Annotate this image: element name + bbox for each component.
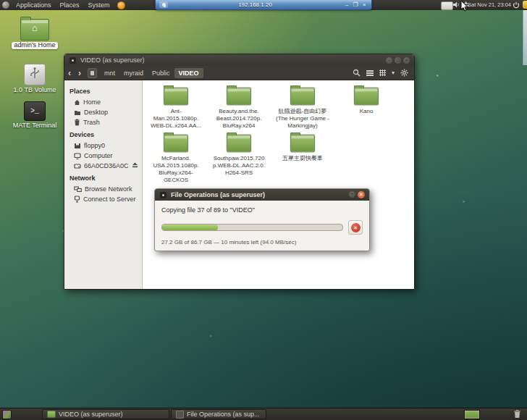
breadcrumb-video[interactable]: VIDEO (174, 68, 203, 78)
folder-icon (354, 88, 379, 106)
connect-server-icon (74, 196, 80, 203)
menu-system[interactable]: System (84, 0, 114, 10)
mate-menu-icon[interactable] (2, 1, 9, 9)
window-titlebar[interactable]: VIDEO (as superuser) − □ × (64, 54, 414, 66)
sidebar-item-computer[interactable]: Computer (64, 151, 142, 161)
folder-icon (47, 411, 56, 418)
desktop-icon-label: 1.0 TB Volume (7, 87, 62, 94)
sidebar-item-connect-to-server[interactable]: Connect to Server (64, 194, 142, 204)
volume-icon[interactable] (452, 1, 460, 9)
sidebar-section-network: Network (64, 171, 142, 184)
folder-kano[interactable]: Kano (335, 87, 397, 115)
notification-icon (523, 1, 527, 9)
sidebar-item-desktop[interactable]: Desktop (64, 107, 142, 117)
desktop-icon-label: MATE Terminal (7, 122, 62, 130)
back-button[interactable]: ‹ (64, 67, 75, 79)
minimize-button[interactable]: − (386, 57, 392, 64)
progress-bar (161, 224, 343, 231)
folder-beauty-and-the-beast[interactable]: Beauty.and.the. Beast.2014.720p. BluRay.… (208, 87, 270, 130)
file-manager-sidebar: Places Home Desktop Trash Devices floppy… (64, 80, 143, 289)
workspace-switcher[interactable] (464, 410, 480, 419)
sidebar-item-disk-66a0cd36a0c[interactable]: 66A0CD36A0C... (64, 161, 142, 171)
folder-ant-man[interactable]: Ant- Man.2015.1080p. WEB-DL.x264.AA... (145, 87, 207, 130)
home-folder-icon: ⌂ (20, 19, 49, 41)
vnc-restore-button[interactable]: ❐ (351, 1, 360, 9)
eject-icon[interactable] (132, 162, 138, 168)
close-button[interactable]: × (403, 57, 410, 64)
home-icon (74, 99, 80, 106)
vnc-viewer-titlebar[interactable]: 192.168.1.20 – ❐ × (155, 0, 372, 10)
folder-southpaw[interactable]: Southpaw.2015.720 p.WEB-DL.AAC.2.0. H264… (208, 134, 270, 177)
desktop-icon-home[interactable]: ⌂ admin's Home (7, 19, 62, 49)
folder-icon (74, 109, 81, 116)
desktop-icon-label: admin's Home (12, 42, 57, 49)
menu-places[interactable]: Places (56, 0, 84, 10)
breadcrumb-myraid[interactable]: myraid (119, 68, 148, 78)
pin-icon[interactable] (159, 1, 168, 8)
copy-status-message: Copying file 37 of 89 to "VIDEO" (161, 206, 363, 214)
computer-icon (74, 153, 81, 159)
forward-button[interactable]: › (75, 67, 85, 79)
folder-mcfarland[interactable]: McFarland. USA.2015.1080p. BluRay.x264- … (145, 134, 207, 184)
sidebar-item-floppy0[interactable]: floppy0 (64, 140, 142, 151)
usb-drive-icon (24, 64, 46, 85)
breadcrumb-mnt[interactable]: mnt (100, 68, 119, 78)
dialog-icon (176, 411, 184, 419)
desktop-icon-volume[interactable]: 1.0 TB Volume (7, 64, 62, 94)
panel-clock[interactable]: Sat Nov 21, 23:04 (468, 0, 511, 10)
transfer-details: 27.2 GB of 86.7 GB — 10 minutes left (94… (161, 239, 363, 245)
trash-icon (74, 119, 80, 126)
folder-chef[interactable]: 五星主廚快餐車 (271, 134, 334, 162)
file-operations-dialog: File Operations (as superuser) − × Copyi… (154, 188, 370, 251)
file-manager-content[interactable]: Ant- Man.2015.1080p. WEB-DL.x264.AA... B… (143, 80, 414, 289)
dialog-close-button[interactable]: × (358, 191, 365, 198)
progress-fill (162, 224, 218, 230)
sidebar-section-places: Places (64, 84, 142, 97)
search-icon[interactable] (353, 69, 361, 77)
sidebar-section-devices: Devices (64, 127, 142, 140)
show-desktop-icon[interactable] (2, 410, 12, 419)
bottom-taskbar: VIDEO (as superuser) File Operations (as… (0, 408, 527, 420)
sidebar-item-browse-network[interactable]: Browse Network (64, 184, 142, 194)
browse-network-icon (74, 186, 82, 193)
vnc-session-title: 192.168.1.20 (168, 1, 342, 8)
window-icon (69, 57, 76, 64)
folder-hunger-games[interactable]: 飢餓遊戲-自由幻夢 (The Hunger Game - Markingjay) (271, 87, 334, 130)
taskbar-item-video[interactable]: VIDEO (as superuser) (42, 409, 169, 419)
harddisk-icon (74, 163, 81, 169)
floppy-icon (74, 143, 81, 149)
power-icon[interactable] (513, 1, 520, 9)
dialog-icon (160, 192, 166, 198)
folder-icon (164, 88, 188, 106)
firefox-launcher-icon[interactable] (117, 1, 125, 9)
folder-icon (290, 88, 315, 106)
vnc-close-button[interactable]: × (360, 1, 368, 9)
edit-location-icon[interactable] (88, 68, 97, 78)
compact-view-icon[interactable] (379, 70, 386, 76)
trash-applet-icon[interactable] (513, 409, 521, 419)
desktop-icon-terminal[interactable]: >_ MATE Terminal (7, 101, 62, 130)
tray-item-icon[interactable] (441, 1, 453, 10)
chevron-down-icon[interactable]: ▾ (392, 70, 395, 76)
folder-icon (290, 135, 315, 153)
menu-applications[interactable]: Applications (12, 0, 56, 10)
list-view-icon[interactable] (366, 70, 374, 76)
desktop-screen: Applications Places System Sat Nov 21, 2… (0, 0, 527, 420)
dialog-title: File Operations (as superuser) (171, 191, 265, 198)
dialog-minimize-button[interactable]: − (349, 191, 355, 198)
file-manager-window: VIDEO (as superuser) − □ × ‹ › mnt myrai… (64, 54, 415, 290)
maximize-button[interactable]: □ (395, 57, 401, 64)
file-manager-toolbar: ‹ › mnt myraid Public VIDEO ▾ (64, 66, 414, 80)
vnc-minimize-button[interactable]: – (342, 1, 351, 9)
cancel-copy-button[interactable]: × (348, 220, 363, 235)
sidebar-item-trash[interactable]: Trash (64, 117, 142, 127)
cancel-icon: × (351, 223, 361, 232)
mouse-cursor (460, 0, 470, 12)
folder-icon (164, 135, 188, 153)
outer-window-scrollbar[interactable] (523, 10, 527, 65)
taskbar-item-file-operations[interactable]: File Operations (as sup... (171, 409, 266, 419)
breadcrumb-public[interactable]: Public (148, 68, 174, 78)
sidebar-item-home[interactable]: Home (64, 97, 142, 107)
dialog-titlebar[interactable]: File Operations (as superuser) − × (155, 189, 369, 201)
gear-icon[interactable] (400, 69, 408, 77)
